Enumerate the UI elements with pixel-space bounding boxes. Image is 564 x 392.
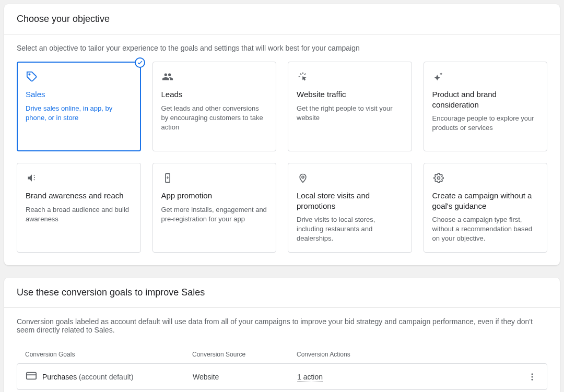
svg-point-2 — [302, 176, 304, 178]
objective-title: Website traffic — [297, 89, 403, 100]
people-icon — [161, 70, 174, 83]
goal-source: Website — [193, 373, 297, 381]
objective-desc: Choose a campaign type first, without a … — [432, 215, 539, 244]
objective-local-store[interactable]: Local store visits and promotions Drive … — [288, 163, 412, 253]
objective-title: Leads — [161, 89, 268, 100]
objective-subtitle: Select an objective to tailor your exper… — [17, 44, 547, 52]
svg-rect-4 — [27, 373, 36, 379]
megaphone-icon — [26, 172, 38, 184]
click-icon — [297, 70, 309, 83]
objective-desc: Drive sales online, in app, by phone, or… — [26, 104, 132, 123]
objective-title: Product and brand consideration — [432, 89, 539, 110]
card-title: Use these conversion goals to improve Sa… — [17, 287, 547, 298]
more-options-button[interactable] — [526, 371, 538, 383]
card-title: Choose your objective — [17, 14, 547, 25]
objective-desc: Reach a broad audience and build awarene… — [26, 205, 132, 224]
objective-desc: Get more installs, engagement and pre-re… — [161, 205, 268, 224]
svg-point-0 — [29, 74, 30, 75]
goal-suffix: (account default) — [79, 373, 133, 381]
choose-objective-card: Choose your objective Select an objectiv… — [4, 4, 560, 265]
tag-icon — [26, 70, 38, 83]
location-pin-icon — [297, 172, 309, 184]
svg-point-3 — [437, 177, 440, 180]
goal-row-purchases[interactable]: Purchases (account default) Website 1 ac… — [17, 363, 547, 390]
credit-card-icon — [26, 370, 37, 383]
gear-icon — [432, 172, 445, 184]
objective-title: Sales — [26, 89, 132, 100]
col-conversion-goals: Conversion Goals — [25, 351, 192, 358]
card-body: Conversion goals labeled as account defa… — [4, 308, 560, 392]
goal-actions-link[interactable]: 1 action — [297, 373, 323, 382]
app-download-icon — [161, 172, 174, 184]
objective-title: Create a campaign without a goal's guida… — [432, 191, 539, 211]
objective-title: Local store visits and promotions — [297, 191, 403, 211]
col-conversion-source: Conversion Source — [192, 351, 297, 358]
goals-table-header: Conversion Goals Conversion Source Conve… — [17, 346, 547, 363]
objective-product-brand[interactable]: Product and brand consideration Encourag… — [424, 62, 548, 151]
more-vert-icon — [527, 372, 537, 382]
goals-subtitle: Conversion goals labeled as account defa… — [17, 317, 547, 334]
card-header: Choose your objective — [4, 4, 560, 34]
sparkle-icon — [432, 70, 445, 83]
objective-website-traffic[interactable]: Website traffic Get the right people to … — [288, 62, 412, 151]
objective-leads[interactable]: Leads Get leads and other conversions by… — [152, 62, 277, 151]
conversion-goals-card: Use these conversion goals to improve Sa… — [4, 278, 560, 392]
objective-title: App promotion — [161, 191, 268, 201]
card-header: Use these conversion goals to improve Sa… — [4, 278, 560, 308]
objective-no-goal[interactable]: Create a campaign without a goal's guida… — [424, 163, 548, 253]
goal-name: Purchases — [42, 373, 77, 381]
selected-check-icon — [135, 57, 145, 68]
objective-sales[interactable]: Sales Drive sales online, in app, by pho… — [17, 62, 141, 151]
objective-desc: Drive visits to local stores, including … — [297, 215, 403, 244]
objective-desc: Get leads and other conversions by encou… — [161, 104, 268, 133]
objective-desc: Get the right people to visit your websi… — [297, 104, 403, 123]
svg-point-6 — [532, 373, 533, 375]
objective-app-promotion[interactable]: App promotion Get more installs, engagem… — [152, 163, 277, 253]
col-conversion-actions: Conversion Actions — [297, 351, 518, 358]
objective-brand-awareness[interactable]: Brand awareness and reach Reach a broad … — [17, 163, 141, 253]
objective-desc: Encourage people to explore your product… — [432, 114, 539, 133]
objective-title: Brand awareness and reach — [26, 191, 132, 201]
objective-grid: Sales Drive sales online, in app, by pho… — [17, 62, 547, 253]
svg-point-7 — [532, 376, 533, 377]
svg-point-8 — [532, 378, 533, 380]
card-body: Select an objective to tailor your exper… — [4, 34, 560, 265]
